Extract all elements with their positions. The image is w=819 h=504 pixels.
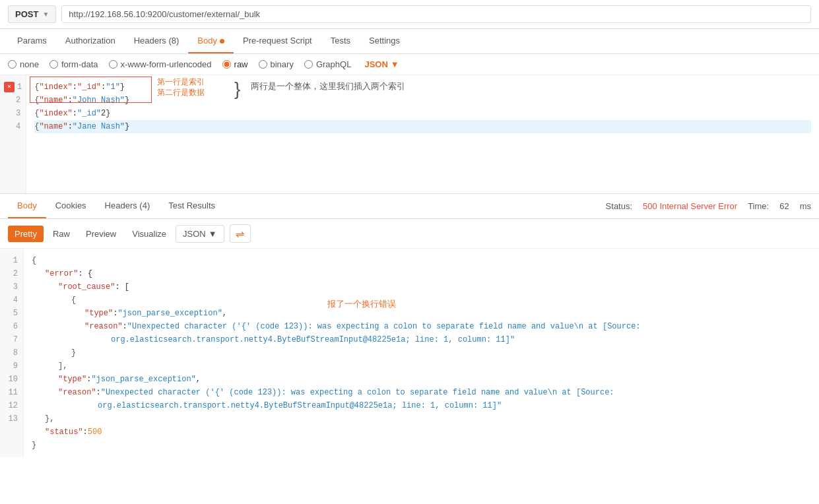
request-code-content[interactable]: {"index": "_id":"1"} {"name": "John Nash… (26, 75, 819, 193)
resp-line-8: ], (32, 360, 811, 373)
option-urlencoded[interactable]: x-www-form-urlencoded (109, 59, 212, 69)
method-dropdown-icon: ▼ (42, 11, 49, 18)
time-label: Time: (748, 201, 769, 211)
option-none[interactable]: none (8, 59, 39, 69)
json-format-button[interactable]: JSON ▼ (364, 59, 399, 69)
resp-line-1: { (32, 254, 811, 267)
body-options: none form-data x-www-form-urlencoded raw… (0, 54, 819, 75)
code-line-4: {"name": "Jane Nash"} (34, 120, 811, 133)
option-binary[interactable]: binary (259, 59, 294, 69)
resp-tab-headers[interactable]: Headers (4) (96, 194, 160, 218)
code-line-2: {"name": "John Nash"} (34, 94, 811, 107)
option-graphql[interactable]: GraphQL (304, 59, 351, 69)
method-label: POST (15, 9, 38, 19)
response-code-area: 1 2 3 4 5 6 7 8 9 10 11 12 13 { "error":… (0, 249, 819, 457)
resp-line-10b: org.elasticsearch.transport.netty4.ByteB… (32, 399, 811, 412)
status-value: 500 Internal Server Error (643, 201, 737, 211)
request-tabs: Params Authorization Headers (8) Body Pr… (0, 29, 819, 54)
resp-tab-body[interactable]: Body (8, 194, 46, 218)
tab-headers[interactable]: Headers (8) (125, 29, 189, 53)
tab-authorization[interactable]: Authorization (56, 29, 125, 53)
response-status-bar: Status: 500 Internal Server Error Time: … (606, 201, 811, 211)
option-formdata[interactable]: form-data (49, 59, 98, 69)
body-dot (220, 39, 224, 44)
resp-line-7: } (32, 346, 811, 360)
code-line-3: {"index":"_id"2} (34, 107, 811, 120)
resp-line-numbers: 1 2 3 4 5 6 7 8 9 10 11 12 13 (0, 249, 24, 457)
resp-code-content: { "error": { "root_cause": [ { "type": "… (24, 249, 819, 457)
tab-pre-request[interactable]: Pre-request Script (234, 29, 321, 53)
tab-body[interactable]: Body (188, 29, 234, 53)
error-icon-line1: ✕ (4, 82, 15, 92)
resp-line-9: "type": "json_parse_exception", (32, 373, 811, 386)
tab-settings[interactable]: Settings (360, 29, 409, 53)
tab-tests[interactable]: Tests (321, 29, 360, 53)
resp-code-wrapper: { "error": { "root_cause": [ { "type": "… (24, 249, 819, 457)
resp-line-13: } (32, 439, 811, 452)
url-bar: POST ▼ (0, 0, 819, 29)
resp-line-6b: org.elasticsearch.transport.netty4.ByteB… (32, 333, 811, 346)
code-line-1: {"index": "_id":"1"} (34, 80, 811, 94)
response-section: Body Cookies Headers (4) Test Results St… (0, 194, 819, 457)
resp-tab-testresults[interactable]: Test Results (159, 194, 224, 218)
format-visualize[interactable]: Visualize (125, 226, 173, 242)
resp-line-4: { (32, 294, 811, 307)
format-preview[interactable]: Preview (79, 226, 123, 242)
resp-line-10: "reason": "Unexpected character ('{' (co… (32, 386, 811, 399)
resp-line-11: }, (32, 412, 811, 425)
status-label: Status: (606, 201, 632, 211)
response-tabs-bar: Body Cookies Headers (4) Test Results St… (0, 194, 819, 219)
format-type-select[interactable]: JSON ▼ (176, 225, 224, 243)
resp-line-3: "root_cause": [ (32, 280, 811, 294)
wrap-lines-button[interactable]: ⇌ (230, 224, 251, 243)
resp-line-12: "status": 500 (32, 425, 811, 439)
url-input[interactable] (61, 5, 811, 23)
request-body-editor[interactable]: ✕1 2 3 4 {"index": "_id":"1"} {"name": "… (0, 75, 819, 194)
option-raw[interactable]: raw (222, 59, 248, 69)
format-raw[interactable]: Raw (46, 226, 77, 242)
line-numbers: ✕1 2 3 4 (0, 75, 26, 193)
json-arrow-icon: ▼ (391, 59, 399, 69)
wrap-icon: ⇌ (236, 228, 244, 240)
time-value: 62 (779, 201, 789, 211)
format-arrow-icon: ▼ (209, 229, 217, 239)
method-select[interactable]: POST ▼ (8, 5, 56, 23)
tab-params[interactable]: Params (8, 29, 56, 53)
time-unit: ms (800, 201, 811, 211)
resp-line-5: "type": "json_parse_exception", (32, 307, 811, 320)
format-pretty[interactable]: Pretty (8, 226, 44, 242)
response-tabs: Body Cookies Headers (4) Test Results (8, 194, 224, 218)
resp-line-6: "reason": "Unexpected character ('{' (co… (32, 320, 811, 333)
resp-line-2: "error": { (32, 267, 811, 280)
response-format-row: Pretty Raw Preview Visualize JSON ▼ ⇌ (0, 219, 819, 249)
resp-tab-cookies[interactable]: Cookies (46, 194, 96, 218)
